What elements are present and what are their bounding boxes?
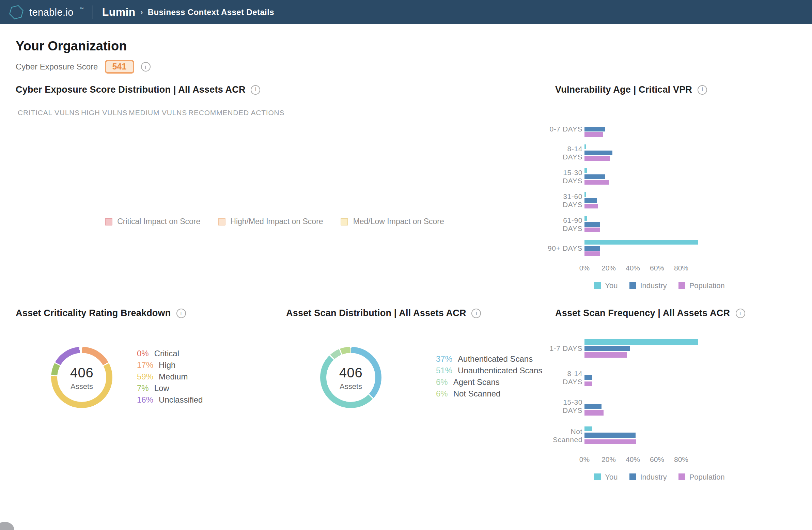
scan-freq-title: Asset Scan Frequency | All Assets ACR [555,308,730,318]
scan-freq-bar-chart: 1-7 DAYS8-14 DAYS15-30 DAYSNot Scanned0%… [547,339,799,481]
bar-industry-61-90-days[interactable] [584,222,600,227]
breadcrumb-current-page: Business Context Asset Details [148,7,274,17]
brand-trademark: ™ [80,6,84,11]
pie-legend-item-authenticated-scans: 37%Authenticated Scans [436,354,542,366]
bar-you-90-days[interactable] [584,240,698,245]
bar-population-15-30-days[interactable] [584,410,604,415]
distribution-section-header: Cyber Exposure Score Distribution | All … [16,85,261,95]
pie-legend-item-high: 17%High [137,360,203,372]
series-swatch-you-icon [594,282,601,289]
bar-industry-15-30-days[interactable] [584,174,605,179]
bar-industry-1-7-days[interactable] [584,346,630,351]
pie-legend-percent: 7% [137,384,149,393]
series-legend-item-population: Population [679,281,725,289]
pie-legend-percent: 16% [137,395,153,405]
bar-population-1-7-days[interactable] [584,352,627,357]
legend-item-critical-impact-on-score: Critical Impact on Score [105,217,200,226]
series-legend-label: Industry [640,473,667,481]
column-header-medium-vulns: MEDIUM VULNS [128,108,188,123]
x-axis-tick: 80% [674,264,688,272]
legend-item-med-low-impact-on-score: Med/Low Impact on Score [341,217,444,226]
pie-legend-item-not-scanned: 6%Not Scanned [436,389,542,401]
x-axis-tick: 0% [579,455,590,463]
bar-industry-8-14-days[interactable] [584,150,612,155]
x-axis-tick: 60% [650,455,664,463]
nav-product-lumin[interactable]: Lumin [102,6,135,18]
bar-group-bars [584,426,637,444]
bar-population-8-14-days[interactable] [584,381,592,386]
bar-population-0-7-days[interactable] [584,132,603,137]
brand-name: tenable.io [29,6,74,17]
acr-donut-center: 406 Assets [51,347,112,408]
bar-group-bars [584,240,698,256]
bar-population-8-14-days[interactable] [584,156,610,161]
series-legend-item-industry: Industry [629,473,667,481]
series-swatch-industry-icon [629,282,636,289]
corner-widget-partial[interactable] [0,522,14,530]
acr-legend: 0%Critical17%High59%Medium7%Low16%Unclas… [137,349,203,407]
scan-dist-info-icon[interactable]: i [472,308,481,318]
bar-industry-31-60-days[interactable] [584,198,597,203]
series-legend-item-industry: Industry [629,281,667,289]
column-header-high-vulns: HIGH VULNS [81,108,128,123]
pie-legend-label: Not Scanned [453,389,501,399]
bar-population-61-90-days[interactable] [584,228,600,232]
bar-industry-not-scanned[interactable] [584,433,635,438]
bar-population-15-30-days[interactable] [584,180,609,185]
scan-dist-donut-chart[interactable]: 406 Assets [320,347,381,408]
bar-population-not-scanned[interactable] [584,439,637,444]
bar-industry-8-14-days[interactable] [584,375,592,380]
bar-industry-15-30-days[interactable] [584,404,601,409]
bar-group-bars [584,339,698,357]
acr-donut-chart[interactable]: 406 Assets [51,347,112,408]
x-axis-tick: 80% [674,455,688,463]
scan-freq-info-icon[interactable]: i [735,308,745,318]
bar-you-31-60-days[interactable] [584,192,586,197]
pie-legend-item-unauthenticated-scans: 51%Unauthenticated Scans [436,366,542,377]
legend-swatch-highmed-icon [218,218,226,225]
series-legend-label: Industry [640,281,667,289]
series-legend: YouIndustryPopulation [574,473,744,481]
screenshot-viewport: tenable.io™ Lumin › Business Context Ass… [0,0,812,530]
bar-group-bars [584,368,592,386]
distribution-info-icon[interactable]: i [251,85,261,94]
tenable-logo[interactable]: tenable.io™ [9,4,84,20]
series-swatch-you-icon [594,473,601,480]
pie-legend-item-unclassified: 16%Unclassified [137,395,203,407]
series-legend-label: You [605,281,618,289]
bar-industry-90-days[interactable] [584,246,600,250]
pie-legend-label: High [159,360,175,370]
legend-label: High/Med Impact on Score [230,217,323,226]
bar-you-not-scanned[interactable] [584,426,592,431]
pie-legend-percent: 51% [436,366,452,375]
scan-dist-legend: 37%Authenticated Scans51%Unauthenticated… [436,354,542,401]
pie-legend-label: Authenticated Scans [458,354,533,364]
ces-info-icon[interactable]: i [141,62,150,72]
bar-you-61-90-days[interactable] [584,216,587,221]
pie-legend-item-critical: 0%Critical [137,349,203,360]
acr-title: Asset Criticality Rating Breakdown [16,308,171,318]
legend-item-high-med-impact-on-score: High/Med Impact on Score [218,217,323,226]
pie-legend-percent: 59% [137,372,153,382]
pie-legend-item-agent-scans: 6%Agent Scans [436,377,542,389]
bar-you-1-7-days[interactable] [584,339,698,344]
bar-group-61-90-days: 61-90 DAYS [547,216,799,232]
pie-legend-percent: 0% [137,349,149,358]
bar-you-15-30-days[interactable] [584,168,587,173]
bar-group-label: 61-90 DAYS [547,216,584,232]
scan-dist-title: Asset Scan Distribution | All Assets ACR [286,308,466,318]
bar-population-90-days[interactable] [584,252,600,256]
acr-section-header: Asset Criticality Rating Breakdown i [16,308,186,318]
bar-group-1-7-days: 1-7 DAYS [547,339,799,357]
bar-population-31-60-days[interactable] [584,204,598,209]
acr-info-icon[interactable]: i [176,308,186,318]
app-root: tenable.io™ Lumin › Business Context Ass… [0,0,812,530]
bar-you-8-14-days[interactable] [584,144,586,149]
bar-industry-0-7-days[interactable] [584,126,605,131]
nav-divider [93,5,93,19]
bar-group-15-30-days: 15-30 DAYS [547,397,799,415]
vuln-age-info-icon[interactable]: i [698,85,707,94]
column-header-recommended-actions: RECOMMENDED ACTIONS [188,108,285,123]
exposure-distribution-table: CRITICAL VULNSHIGH VULNSMEDIUM VULNSRECO… [16,108,285,123]
series-legend-label: Population [690,281,725,289]
